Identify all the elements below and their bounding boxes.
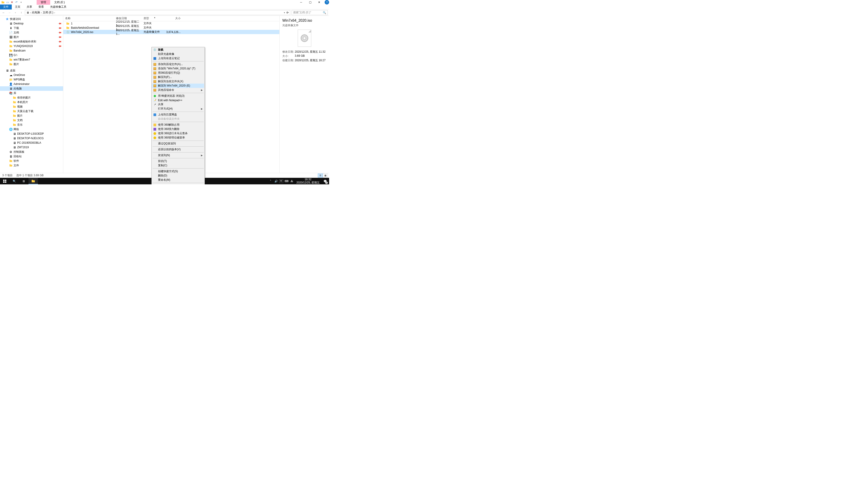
- file-row[interactable]: 💿Win7x64_2020.iso2020/12/25, 星期五 1...光盘映…: [63, 30, 279, 34]
- maximize-button[interactable]: ▢: [306, 0, 315, 4]
- tree-item[interactable]: 💾G:\: [0, 53, 63, 57]
- tree-item[interactable]: Bandicam: [0, 48, 63, 53]
- explorer-taskbar-button[interactable]: [29, 178, 38, 184]
- tree-item[interactable]: 文档: [0, 118, 63, 123]
- file-row[interactable]: BaiduNetdiskDownload2020/12/25, 星期五 1...…: [63, 26, 279, 30]
- tree-item[interactable]: 本机照片: [0, 100, 63, 104]
- context-menu-item[interactable]: 💿装载: [152, 48, 204, 52]
- tree-item[interactable]: 🗑回收站: [0, 154, 63, 159]
- tree-item[interactable]: 🖥DESKTOP-NJEU3CG: [0, 136, 63, 140]
- context-menu-item[interactable]: 剪切(T): [152, 159, 204, 163]
- ime-indicator[interactable]: 中: [279, 180, 283, 183]
- tree-item[interactable]: 👤Administrator: [0, 82, 63, 86]
- column-headers[interactable]: ▲ 名称 修改日期 类型 大小: [63, 16, 279, 21]
- help-button[interactable]: ?: [324, 0, 329, 4]
- tree-item[interactable]: 🖥ZMT2019: [0, 145, 63, 150]
- context-menu-item[interactable]: 发送到(N)▶: [152, 153, 204, 158]
- nav-forward-button[interactable]: →: [7, 10, 12, 15]
- undo-icon[interactable]: ↶: [14, 0, 19, 4]
- navigation-pane[interactable]: 快速访问🖥Desktop📌⬇下载📌📄文档📌🖼图片📌excel表格制作求和📌YUN…: [0, 16, 63, 173]
- tree-item[interactable]: excel表格制作求和📌: [0, 39, 63, 44]
- breadcrumb-item[interactable]: 文档 (E:): [43, 11, 53, 14]
- refresh-icon[interactable]: ⟳: [286, 11, 289, 14]
- tree-item[interactable]: 软件: [0, 159, 63, 163]
- tree-item[interactable]: 🖥此电脑: [0, 86, 63, 91]
- properties-icon[interactable]: ▭: [5, 0, 9, 4]
- ime-mode-icon[interactable]: ⌨: [284, 178, 289, 184]
- context-menu-item[interactable]: 添加到 "Win7x64_2020.zip" (T): [152, 66, 204, 71]
- context-menu-item[interactable]: 刻录光盘映像: [152, 52, 204, 56]
- tree-item[interactable]: 🖥DESKTOP-LSSOEDP: [0, 131, 63, 136]
- tree-item[interactable]: 🖼图片📌: [0, 35, 63, 39]
- tree-item[interactable]: YUNQISHI2019📌: [0, 44, 63, 48]
- tree-item[interactable]: 🖥PC-20190530OBLA: [0, 140, 63, 145]
- icons-view-button[interactable]: ▦: [323, 173, 328, 177]
- tree-item[interactable]: 文件: [0, 163, 63, 168]
- context-menu-item[interactable]: 创建快捷方式(S): [152, 169, 204, 173]
- context-menu-item[interactable]: 使用 360强力删除: [152, 127, 204, 131]
- close-button[interactable]: ✕: [315, 0, 324, 4]
- ribbon-tab-view[interactable]: 查看: [35, 4, 47, 9]
- file-row[interactable]: 12020/12/15, 星期二 1...文件夹: [63, 21, 279, 26]
- nav-up-button[interactable]: ↑: [19, 10, 24, 15]
- start-button[interactable]: [0, 178, 9, 184]
- tree-item[interactable]: 天翼云盘下载: [0, 109, 63, 113]
- ribbon-tab-share[interactable]: 共享: [24, 4, 35, 9]
- context-menu-item[interactable]: 还原以前的版本(V): [152, 147, 204, 152]
- tray-overflow-icon[interactable]: ˄: [268, 178, 273, 184]
- search-button[interactable]: 🔍: [9, 178, 19, 184]
- column-header-size[interactable]: 大小: [164, 17, 182, 20]
- taskbar-clock[interactable]: 16:32 2020/12/25, 星期五: [295, 178, 321, 184]
- chevron-right-icon[interactable]: ›: [41, 11, 42, 14]
- ribbon-tab-home[interactable]: 主页: [12, 4, 24, 9]
- column-header-type[interactable]: 类型: [142, 17, 164, 20]
- ribbon-tab-file[interactable]: 文件: [0, 4, 12, 9]
- tree-item[interactable]: ☁OneDrive: [0, 73, 63, 77]
- tree-item[interactable]: 📄文档📌: [0, 30, 63, 35]
- column-header-name[interactable]: 名称: [63, 17, 114, 20]
- context-menu-item[interactable]: 上传到百度网盘: [152, 112, 204, 117]
- minimize-button[interactable]: ─: [297, 0, 306, 4]
- tree-item[interactable]: ⬇下载📌: [0, 26, 63, 30]
- action-center-button[interactable]: 💬3: [322, 178, 328, 184]
- context-menu-item[interactable]: 上传到有道云笔记: [152, 56, 204, 61]
- search-input[interactable]: 搜索"文档 (E:)" 🔍: [291, 10, 328, 15]
- context-menu-item[interactable]: 通过QQ发送到: [152, 141, 204, 146]
- context-menu-item[interactable]: 其他压缩命令▶: [152, 88, 204, 92]
- network-icon[interactable]: 🖧: [289, 178, 294, 184]
- nav-history-dropdown[interactable]: ▾: [13, 10, 18, 15]
- tree-item[interactable]: 音乐: [0, 123, 63, 127]
- tree-item[interactable]: 🖥桌面: [0, 68, 63, 73]
- tree-item[interactable]: 图片: [0, 113, 63, 118]
- tree-item[interactable]: 📚库: [0, 91, 63, 95]
- tree-item[interactable]: 🌐网络: [0, 127, 63, 131]
- task-view-button[interactable]: ⊞: [19, 178, 29, 184]
- volume-icon[interactable]: 🔊: [274, 178, 278, 184]
- ribbon-tab-disc-tools[interactable]: 光盘映像工具: [47, 4, 70, 9]
- column-header-date[interactable]: 修改日期: [114, 17, 142, 20]
- breadcrumb[interactable]: 🖥 › 此电脑 › 文档 (E:) › ▾ ⟳: [25, 10, 290, 15]
- context-menu-item[interactable]: 使用 360解除占用: [152, 123, 204, 127]
- breadcrumb-dropdown-icon[interactable]: ▾: [284, 11, 285, 14]
- context-menu-item[interactable]: 使用 360管理右键菜单: [152, 135, 204, 140]
- context-menu-item[interactable]: 删除(D): [152, 173, 204, 178]
- context-menu-item[interactable]: 📝Edit with Notepad++: [152, 98, 204, 102]
- tree-item[interactable]: 保存的图片: [0, 95, 63, 100]
- context-menu-item[interactable]: ↗共享: [152, 102, 204, 107]
- nav-back-button[interactable]: ←: [1, 10, 6, 15]
- breadcrumb-item[interactable]: 此电脑: [32, 11, 40, 14]
- tree-item[interactable]: 图片: [0, 62, 63, 66]
- context-menu-item[interactable]: 用360压缩打开(Q): [152, 71, 204, 75]
- context-menu-item[interactable]: 属性(R): [152, 184, 204, 184]
- context-menu-item[interactable]: 解压到当前文件夹(X): [152, 79, 204, 84]
- context-menu-item[interactable]: 解压到 Win7x64_2020\ (E): [152, 84, 204, 88]
- title-tab-manage[interactable]: 管理: [37, 0, 50, 5]
- context-menu-item[interactable]: 解压到(F)...: [152, 75, 204, 79]
- chevron-right-icon[interactable]: ›: [54, 11, 55, 14]
- details-view-button[interactable]: ☰: [318, 173, 323, 177]
- context-menu-item[interactable]: 用 蜂蜜浏览器 浏览(3): [152, 94, 204, 98]
- tree-item[interactable]: 视频: [0, 104, 63, 109]
- tree-item[interactable]: 快速访问: [0, 17, 63, 21]
- context-menu-item[interactable]: 打开方式(H)▶: [152, 107, 204, 111]
- context-menu-item[interactable]: 复制(C): [152, 163, 204, 168]
